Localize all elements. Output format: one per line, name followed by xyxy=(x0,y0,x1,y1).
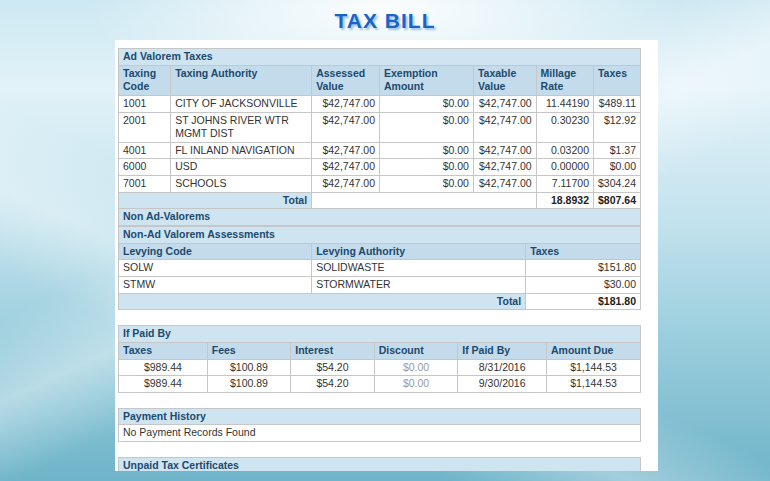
col-header-discount: Discount xyxy=(374,342,458,359)
cell: 1001 xyxy=(119,95,171,112)
section-row: Payment History xyxy=(119,408,641,425)
cell: 6000 xyxy=(119,159,171,176)
cell: $0.00 xyxy=(380,112,474,142)
table-row: SOLW SOLIDWASTE $151.80 xyxy=(119,260,641,277)
section-header-if-paid-by: If Paid By xyxy=(119,326,641,343)
cell: $0.00 xyxy=(380,176,474,193)
if-paid-by-table: If Paid By Taxes Fees Interest Discount … xyxy=(118,325,641,393)
col-header-fees: Fees xyxy=(207,342,291,359)
cell: 0.00000 xyxy=(536,159,593,176)
ad-valorem-table: Ad Valorem Taxes Taxing Code Taxing Auth… xyxy=(118,48,641,226)
cell: 11.44190 xyxy=(536,95,593,112)
cell: $30.00 xyxy=(526,276,641,293)
col-header-taxing-authority: Taxing Authority xyxy=(171,65,312,95)
cell: 7.11700 xyxy=(536,176,593,193)
table-row: 6000 USD $42,747.00 $0.00 $42,747.00 0.0… xyxy=(119,159,641,176)
column-header-row: Taxing Code Taxing Authority Assessed Va… xyxy=(119,65,641,95)
col-header-interest: Interest xyxy=(291,342,375,359)
cell: $100.89 xyxy=(207,376,291,393)
cell: SOLW xyxy=(119,260,312,277)
cell: $304.24 xyxy=(593,176,640,193)
section-row: If Paid By xyxy=(119,326,641,343)
section-header-non-ad-valorems: Non Ad-Valorems xyxy=(119,209,641,226)
section-spacer xyxy=(118,393,641,408)
total-row: Total 18.8932 $807.64 xyxy=(119,192,641,209)
cell: 4001 xyxy=(119,142,171,159)
section-header-ad-valorem: Ad Valorem Taxes xyxy=(119,49,641,66)
cell: $100.89 xyxy=(207,359,291,376)
cell: 0.30230 xyxy=(536,112,593,142)
cell: $1,144.53 xyxy=(547,359,641,376)
table-row: $989.44 $100.89 $54.20 $0.00 8/31/2016 $… xyxy=(119,359,641,376)
col-header-levying-code: Levying Code xyxy=(119,243,312,260)
column-header-row: Levying Code Levying Authority Taxes xyxy=(119,243,641,260)
cell: SCHOOLS xyxy=(171,176,312,193)
section-row: Unpaid Tax Certificates xyxy=(119,458,641,471)
page-title: TAX BILL xyxy=(0,0,770,33)
cell: 9/30/2016 xyxy=(458,376,547,393)
cell: SOLIDWASTE xyxy=(312,260,526,277)
cell: $42,747.00 xyxy=(312,176,380,193)
cell: $0.00 xyxy=(380,95,474,112)
table-row: 2001 ST JOHNS RIVER WTR MGMT DIST $42,74… xyxy=(119,112,641,142)
total-taxes-value: $807.64 xyxy=(593,192,640,209)
col-header-taxing-code: Taxing Code xyxy=(119,65,171,95)
cell: $42,747.00 xyxy=(312,142,380,159)
total-millage-value: 18.8932 xyxy=(536,192,593,209)
col-header-taxes: Taxes xyxy=(593,65,640,95)
cell: $42,747.00 xyxy=(473,176,536,193)
table-row: 7001 SCHOOLS $42,747.00 $0.00 $42,747.00… xyxy=(119,176,641,193)
col-header-exemption-amount: Exemption Amount xyxy=(380,65,474,95)
col-header-millage-rate: Millage Rate xyxy=(536,65,593,95)
payment-history-table: Payment History No Payment Records Found xyxy=(118,408,641,442)
section-spacer xyxy=(118,442,641,457)
cell: $54.20 xyxy=(291,376,375,393)
table-row: 4001 FL INLAND NAVIGATION $42,747.00 $0.… xyxy=(119,142,641,159)
cell: $989.44 xyxy=(119,376,208,393)
cell: $0.00 xyxy=(374,359,458,376)
cell: 0.03200 xyxy=(536,142,593,159)
col-header-nav-taxes: Taxes xyxy=(526,243,641,260)
tax-bill-page: TAX BILL Ad Valorem Taxes Taxing Code Ta… xyxy=(0,0,770,481)
cell: STMW xyxy=(119,276,312,293)
cell: $42,747.00 xyxy=(312,112,380,142)
total-label: Total xyxy=(119,192,312,209)
cell: $489.11 xyxy=(593,95,640,112)
col-header-if-paid-by: If Paid By xyxy=(458,342,547,359)
cell: CITY OF JACKSONVILLE xyxy=(171,95,312,112)
content-panel: Ad Valorem Taxes Taxing Code Taxing Auth… xyxy=(115,40,658,471)
cell: $42,747.00 xyxy=(473,159,536,176)
cell: USD xyxy=(171,159,312,176)
cell: ST JOHNS RIVER WTR MGMT DIST xyxy=(171,112,312,142)
total-row: Total $181.80 xyxy=(119,293,641,310)
cell: $1,144.53 xyxy=(547,376,641,393)
cell: $0.00 xyxy=(374,376,458,393)
total-taxes-value: $181.80 xyxy=(526,293,641,310)
table-row: STMW STORMWATER $30.00 xyxy=(119,276,641,293)
section-header-unpaid-certificates: Unpaid Tax Certificates xyxy=(119,458,641,471)
table-row: 1001 CITY OF JACKSONVILLE $42,747.00 $0.… xyxy=(119,95,641,112)
cell: $54.20 xyxy=(291,359,375,376)
cell: 8/31/2016 xyxy=(458,359,547,376)
cell: FL INLAND NAVIGATION xyxy=(171,142,312,159)
section-row: Non Ad-Valorems xyxy=(119,209,641,226)
cell: $0.00 xyxy=(593,159,640,176)
section-row: Non-Ad Valorem Assessments xyxy=(119,227,641,244)
cell: 7001 xyxy=(119,176,171,193)
col-header-levying-authority: Levying Authority xyxy=(312,243,526,260)
section-header-assessments: Non-Ad Valorem Assessments xyxy=(119,227,641,244)
cell xyxy=(312,192,536,209)
cell: $0.00 xyxy=(380,159,474,176)
cell: $12.92 xyxy=(593,112,640,142)
cell: $42,747.00 xyxy=(312,159,380,176)
col-header-taxable-value: Taxable Value xyxy=(473,65,536,95)
cell: $989.44 xyxy=(119,359,208,376)
cell: $42,747.00 xyxy=(312,95,380,112)
col-header-amount-due: Amount Due xyxy=(547,342,641,359)
non-ad-valorem-table: Non-Ad Valorem Assessments Levying Code … xyxy=(118,226,641,310)
section-header-payment-history: Payment History xyxy=(119,408,641,425)
cell: 2001 xyxy=(119,112,171,142)
cell: $1.37 xyxy=(593,142,640,159)
cell: $0.00 xyxy=(380,142,474,159)
cell: STORMWATER xyxy=(312,276,526,293)
